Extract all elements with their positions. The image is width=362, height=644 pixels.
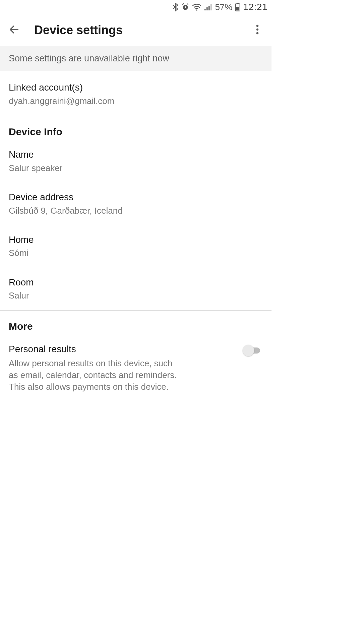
svg-point-11	[256, 32, 258, 34]
device-address-label: Device address	[9, 191, 263, 204]
device-home-label: Home	[9, 233, 263, 246]
svg-rect-4	[208, 6, 210, 10]
device-name-label: Name	[9, 148, 263, 161]
svg-rect-2	[204, 9, 206, 10]
personal-results-desc: Allow personal results on this device, s…	[9, 358, 183, 393]
svg-rect-8	[236, 7, 239, 11]
personal-results-item[interactable]: Personal results Allow personal results …	[0, 335, 272, 401]
bluetooth-icon	[172, 3, 179, 11]
device-name-value: Salur speaker	[9, 162, 263, 174]
svg-rect-3	[206, 7, 208, 10]
battery-icon	[235, 3, 240, 11]
arrow-left-icon	[8, 24, 20, 37]
device-name-item[interactable]: Name Salur speaker	[0, 140, 272, 183]
linked-accounts-value: dyah.anggraini@gmail.com	[9, 95, 263, 107]
svg-point-10	[256, 28, 258, 30]
battery-percent: 57%	[215, 2, 232, 12]
personal-results-toggle[interactable]	[243, 345, 263, 357]
wifi-icon	[192, 3, 201, 11]
device-address-value: Gilsbúð 9, Garðabær, Iceland	[9, 205, 263, 217]
alarm-icon	[181, 3, 189, 11]
svg-point-9	[256, 24, 258, 26]
overflow-menu-button[interactable]	[247, 20, 267, 40]
clock-time: 12:21	[243, 2, 267, 12]
svg-point-1	[196, 9, 198, 11]
personal-results-label: Personal results	[9, 343, 237, 356]
status-bar: 57% 12:21	[0, 0, 272, 14]
switch-thumb	[243, 345, 254, 356]
svg-rect-5	[210, 4, 212, 10]
device-room-label: Room	[9, 276, 263, 289]
section-heading-more: More	[0, 311, 272, 335]
device-address-item[interactable]: Device address Gilsbúð 9, Garðabær, Icel…	[0, 183, 272, 225]
device-room-value: Salur	[9, 290, 263, 302]
device-home-item[interactable]: Home Sómi	[0, 225, 272, 268]
signal-icon	[204, 3, 212, 11]
app-bar: Device settings	[0, 14, 272, 46]
device-room-item[interactable]: Room Salur	[0, 268, 272, 311]
linked-accounts-label: Linked account(s)	[9, 81, 263, 94]
info-banner: Some settings are unavailable right now	[0, 46, 272, 71]
back-button[interactable]	[4, 20, 24, 40]
section-heading-device-info: Device Info	[0, 116, 272, 140]
linked-accounts-item[interactable]: Linked account(s) dyah.anggraini@gmail.c…	[0, 71, 272, 116]
page-title: Device settings	[34, 23, 247, 37]
more-vert-icon	[256, 24, 259, 36]
device-home-value: Sómi	[9, 247, 263, 259]
